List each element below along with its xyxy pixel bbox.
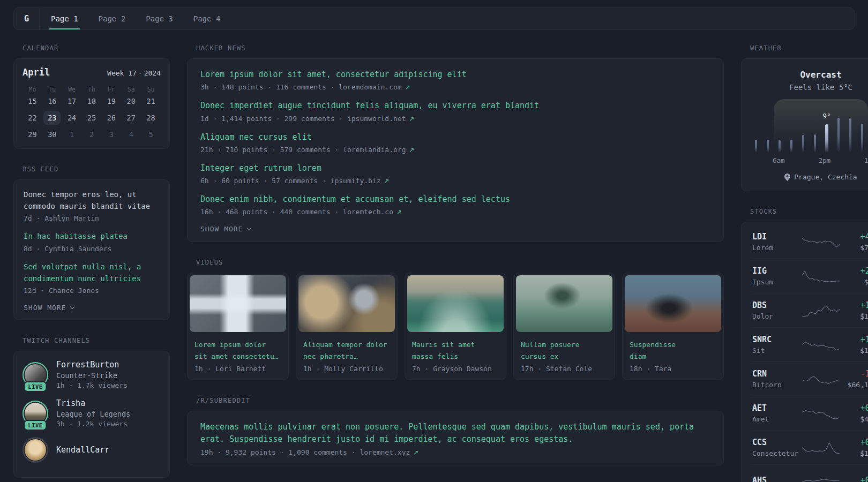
weather-hour-bar [809, 103, 821, 153]
video-thumbnail[interactable] [516, 275, 612, 332]
rss-card: Donec tempor eros leo, ut commodo mauris… [13, 179, 170, 320]
external-link-icon: ↗ [413, 449, 418, 456]
stock-row[interactable]: DBS Dolor +1.42% $156.28 [752, 293, 868, 327]
stock-row[interactable]: SNRC Sit +1.36% $148.64 [752, 327, 868, 362]
video-thumbnail[interactable] [625, 275, 721, 332]
hackernews-item-title[interactable]: Aliquam nec cursus elit [200, 131, 710, 144]
weather-time-labels: 6am2pm10pm [750, 156, 868, 164]
twitch-channel-row[interactable]: LIVE ForrestBurton Counter-Strike 1h · 1… [23, 360, 161, 389]
video-card[interactable]: Nullam posuere cursus ex 17h · Stefan Co… [513, 273, 615, 380]
left-column: CALENDAR April Week 17·2024 MoTuWeThFrSa… [13, 44, 170, 482]
rss-item-title[interactable]: Sed volutpat nulla nisl, a condimentum n… [24, 261, 160, 284]
channel-name[interactable]: Trisha [56, 398, 130, 408]
stock-sparkline-chart [802, 267, 840, 286]
video-title[interactable]: Nullam posuere cursus ex [514, 334, 615, 362]
weather-condition: Overcast [750, 70, 868, 80]
calendar-day: 20 [123, 94, 140, 108]
dashboard-page: G Page 1Page 2Page 3Page 4 CALENDAR Apri… [0, 7, 868, 482]
hackernews-show-more-button[interactable]: SHOW MORE [200, 225, 710, 233]
video-meta: 17h · Stefan Cole [514, 362, 615, 373]
stock-row[interactable]: LDI Lorem +4.35% $795.18 [752, 225, 868, 259]
calendar-weekday-label: Mo [23, 85, 42, 94]
hackernews-item-title[interactable]: Lorem ipsum dolor sit amet, consectetur … [200, 69, 710, 81]
stock-change-percent: -1.00% [840, 369, 868, 379]
stock-change-percent: +2.84% [840, 266, 868, 276]
video-thumbnail[interactable] [298, 275, 395, 332]
hackernews-item-meta: 19h · 9,932 points · 1,090 comments · lo… [200, 448, 710, 456]
nav-page-tab[interactable]: Page 1 [44, 8, 85, 29]
channel-name[interactable]: KendallCarr [56, 445, 109, 455]
video-title[interactable]: Suspendisse diam [623, 334, 723, 362]
weather-time-label [830, 156, 842, 164]
stock-row[interactable]: AET Amet +0.92% $499.72 [752, 396, 868, 430]
rss-item[interactable]: In hac habitasse platea 8d · Cynthia Sau… [24, 231, 160, 253]
video-card[interactable]: Aliquam tempor dolor nec pharetra… 1h · … [296, 273, 398, 380]
twitch-avatar-wrap: LIVE [23, 362, 48, 388]
hackernews-item-meta: 6h · 60 points · 57 comments · ipsumify.… [200, 177, 710, 185]
calendar-day: 27 [123, 111, 140, 125]
subreddit-post[interactable]: Maecenas mollis pulvinar erat non posuer… [200, 421, 710, 456]
hackernews-item[interactable]: Donec imperdiet augue tincidunt felis al… [200, 100, 710, 122]
stock-row[interactable]: AHS +0.46% [752, 464, 868, 482]
stock-symbol: IIG [752, 266, 802, 276]
rss-item[interactable]: Donec tempor eros leo, ut commodo mauris… [24, 189, 160, 222]
video-title[interactable]: Lorem ipsum dolor sit amet consectetu… [188, 334, 288, 362]
nav-page-tab[interactable]: Page 2 [92, 8, 133, 29]
rss-item[interactable]: Sed volutpat nulla nisl, a condimentum n… [24, 261, 160, 295]
stock-row[interactable]: IIG Ipsum +2.84% $42.04 [752, 259, 868, 293]
hackernews-item-meta: 3h · 148 points · 116 comments · loremdo… [200, 83, 710, 91]
video-thumbnail[interactable] [407, 275, 504, 332]
video-title[interactable]: Aliquam tempor dolor nec pharetra… [296, 334, 397, 362]
stock-values: +4.35% $795.18 [840, 232, 868, 252]
calendar-day: 22 [24, 111, 41, 125]
hackernews-item-title[interactable]: Donec imperdiet augue tincidunt felis al… [200, 100, 710, 112]
calendar-day: 18 [83, 94, 100, 108]
video-card[interactable]: Lorem ipsum dolor sit amet consectetu… 1… [187, 273, 289, 380]
stock-values: +0.46% [840, 476, 868, 482]
hackernews-item-title[interactable]: Donec enim nibh, condimentum et accumsan… [200, 193, 710, 206]
video-title[interactable]: Mauris sit amet massa felis [405, 334, 506, 362]
twitch-channel-row[interactable]: LIVE Trisha League of Legends 3h · 1.2k … [23, 398, 161, 428]
stock-row[interactable]: CCS Consectetur +0.51% $165.84 [752, 430, 868, 464]
rss-item-meta: 7d · Ashlyn Martin [24, 214, 160, 222]
channel-info: ForrestBurton Counter-Strike 1h · 1.7k v… [56, 360, 128, 389]
rss-item-title[interactable]: Donec tempor eros leo, ut commodo mauris… [24, 189, 160, 212]
chevron-down-icon [247, 226, 251, 230]
channel-game: League of Legends [56, 410, 130, 418]
hackernews-item[interactable]: Donec enim nibh, condimentum et accumsan… [200, 193, 710, 216]
stock-change-percent: +1.42% [840, 300, 868, 310]
channel-name[interactable]: ForrestBurton [56, 360, 128, 370]
stock-name: Dolor [752, 312, 802, 320]
hackernews-item-title[interactable]: Maecenas mollis pulvinar erat non posuer… [200, 421, 710, 446]
video-card[interactable]: Mauris sit amet massa felis 7h · Grayson… [405, 273, 506, 380]
weather-time-label: 6am [773, 156, 785, 164]
twitch-widget: TWITCH CHANNELS LIVE ForrestBurton Count… [13, 337, 170, 478]
rss-show-more-button[interactable]: SHOW MORE [24, 304, 160, 312]
hackernews-item[interactable]: Aliquam nec cursus elit 21h · 710 points… [200, 131, 710, 154]
app-logo[interactable]: G [14, 8, 40, 29]
weather-time-label [750, 156, 761, 164]
hackernews-item-meta-text: 16h · 468 points · 440 comments · loremt… [200, 208, 393, 216]
stock-change-percent: +0.92% [840, 403, 868, 413]
video-meta: 7h · Grayson Dawson [405, 362, 506, 373]
calendar-day: 29 [24, 127, 41, 141]
twitch-channel-row[interactable]: KendallCarr [23, 437, 161, 463]
rss-item-title[interactable]: In hac habitasse platea [24, 231, 160, 243]
show-more-label: SHOW MORE [200, 225, 243, 233]
stock-sparkline-chart [802, 301, 840, 320]
calendar-week: Week 17 [107, 69, 137, 77]
hackernews-item[interactable]: Integer eget rutrum lorem 6h · 60 points… [200, 162, 710, 185]
nav-page-tab[interactable]: Page 3 [139, 8, 180, 29]
weather-time-label [807, 156, 818, 164]
hackernews-item[interactable]: Lorem ipsum dolor sit amet, consectetur … [200, 69, 710, 91]
video-thumbnail[interactable] [190, 275, 286, 332]
weather-hour-bar [750, 103, 762, 153]
stock-id: AET Amet [752, 403, 802, 423]
stock-row[interactable]: CRN Bitcorn -1.00% $66,171.48 [752, 362, 868, 396]
stock-change-percent: +0.46% [840, 476, 868, 482]
nav-page-tab[interactable]: Page 4 [186, 8, 228, 29]
video-card[interactable]: Suspendisse diam 18h · Tara [622, 273, 724, 380]
hackernews-item-title[interactable]: Integer eget rutrum lorem [200, 162, 710, 175]
weather-hour-bar [856, 103, 868, 153]
calendar-day: 1 [63, 127, 80, 141]
